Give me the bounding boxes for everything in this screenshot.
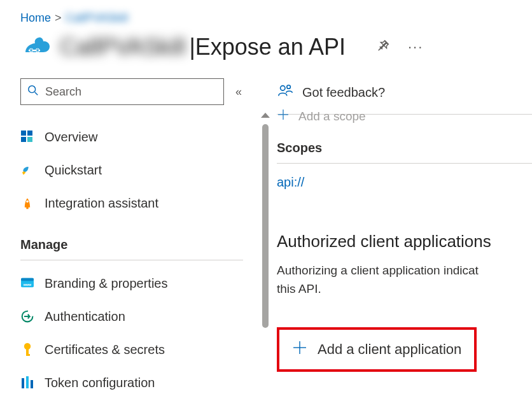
integration-icon [20,197,34,209]
svg-rect-11 [21,278,34,281]
add-client-application-button[interactable]: Add a client application [277,327,477,372]
scrollbar-thumb[interactable] [262,124,269,328]
breadcrumb-home[interactable]: Home [20,11,51,25]
svg-text:www: www [23,283,32,286]
plus-icon [292,340,307,359]
authentication-icon [20,310,34,323]
svg-rect-16 [26,354,30,356]
svg-rect-19 [31,380,33,388]
branding-icon: www [20,278,34,289]
svg-rect-18 [26,376,29,388]
add-scope-label: Add a scope [298,110,366,124]
collapse-sidebar-icon[interactable]: « [235,85,242,99]
quickstart-icon [20,164,34,176]
pin-icon[interactable] [376,39,390,55]
authorized-clients-description: Authorizing a client application indicat… [277,262,532,298]
svg-rect-8 [27,137,32,142]
sidebar-item-label: Overview [45,130,97,145]
svg-rect-6 [27,131,32,136]
main-content: Got feedback? Add a scope Scopes api:// … [248,78,532,393]
sidebar: « Overview [0,78,248,393]
sidebar-item-branding[interactable]: www Branding & properties [20,267,248,300]
svg-rect-7 [21,137,26,142]
plus-icon [277,108,290,124]
scopes-heading: Scopes [277,141,532,155]
sidebar-item-certificates[interactable]: Certificates & secrets [20,333,248,366]
divider [277,163,532,164]
sidebar-item-label: Quickstart [45,163,102,178]
sidebar-item-label: Integration assistant [45,196,158,211]
sidebar-scrollbar[interactable] [262,117,272,333]
svg-point-3 [29,85,36,92]
feedback-icon [277,83,293,102]
scope-uri-link[interactable]: api:// [277,175,532,190]
svg-rect-5 [21,131,26,136]
scrollbar-up-icon[interactable] [261,113,270,118]
sidebar-item-label: Authentication [45,309,125,324]
overview-icon [20,131,34,143]
feedback-label: Got feedback? [302,85,385,100]
sidebar-item-quickstart[interactable]: Quickstart [20,153,248,187]
sidebar-item-label: Branding & properties [45,276,167,291]
page-title-row: CallPVASkill | Expose an API ··· [0,25,532,78]
svg-point-14 [24,343,31,350]
page-title-app-name: CallPVASkill [60,34,189,60]
add-client-application-label: Add a client application [318,341,461,358]
sidebar-divider [20,260,243,260]
certificates-icon [20,343,34,357]
token-config-icon [20,376,34,389]
breadcrumb: Home > CallPVASkill [0,0,532,25]
add-scope-button[interactable]: Add a scope [277,108,532,124]
app-registration-icon [20,34,51,60]
sidebar-item-label: Certificates & secrets [45,343,165,357]
svg-line-4 [35,92,38,95]
search-icon [27,85,39,99]
feedback-link[interactable]: Got feedback? [277,81,532,104]
svg-point-9 [26,201,29,203]
sidebar-item-overview[interactable]: Overview [20,120,248,153]
chevron-right-icon: > [55,11,62,25]
breadcrumb-app-name[interactable]: CallPVASkill [66,11,129,25]
svg-point-21 [287,85,291,88]
page-title-sep: | [189,34,195,60]
sidebar-item-authentication[interactable]: Authentication [20,300,248,333]
sidebar-item-label: Token configuration [45,376,155,390]
search-input[interactable] [20,78,224,105]
svg-rect-17 [22,378,24,388]
sidebar-item-token-config[interactable]: Token configuration [20,366,248,399]
search-field[interactable] [44,85,217,99]
sidebar-item-integration[interactable]: Integration assistant [20,187,248,220]
authorized-clients-heading: Authorized client applications [277,232,532,251]
page-title-section: Expose an API [195,34,346,60]
page-title: CallPVASkill | Expose an API [60,34,346,60]
svg-point-20 [281,85,285,90]
sidebar-section-manage: Manage [20,237,248,252]
more-icon[interactable]: ··· [408,39,423,55]
